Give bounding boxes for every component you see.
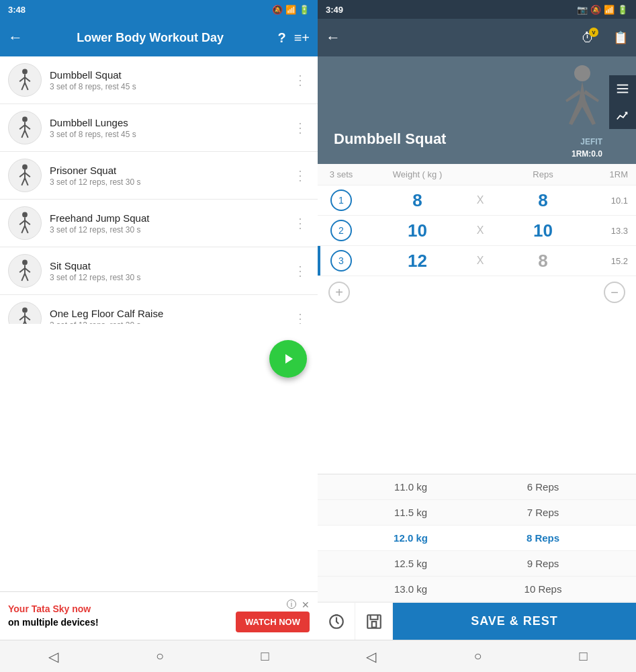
exercise-more-3[interactable]: ⋮	[291, 212, 310, 234]
exercise-more-2[interactable]: ⋮	[291, 165, 310, 186]
col-header-reps: Reps	[490, 169, 596, 179]
ad-info-icon[interactable]: i	[287, 599, 296, 609]
svg-point-18	[22, 212, 28, 218]
exercise-figure-2	[13, 163, 37, 187]
save-rest-button[interactable]: SAVE & REST	[393, 603, 636, 640]
exercise-info-3: Freehand Jump Squat 3 set of 12 reps, re…	[50, 212, 283, 235]
exercise-item-0[interactable]: Dumbbell Squat 3 set of 8 reps, rest 45 …	[0, 56, 318, 104]
exercise-item-2[interactable]: Prisoner Squat 3 set of 12 reps, rest 30…	[0, 152, 318, 200]
trend-svg-icon	[615, 108, 630, 123]
trend-icon[interactable]	[609, 102, 636, 129]
picker-row-2[interactable]: 12.0 kg 8 Reps	[318, 526, 636, 551]
sets-header: 3 sets Weight ( kg ) Reps 1RM	[318, 164, 636, 185]
add-exercise-button[interactable]: ≡+	[294, 30, 310, 46]
svg-line-21	[25, 220, 30, 224]
exercise-more-0[interactable]: ⋮	[291, 69, 310, 91]
picker-weight-4: 13.0 kg	[345, 583, 477, 595]
col-header-set: 3 sets	[318, 169, 365, 179]
set-weight-1[interactable]: 10	[365, 220, 470, 241]
exercise-list: Dumbbell Squat 3 set of 8 reps, rest 45 …	[0, 56, 318, 324]
svg-line-29	[25, 274, 28, 281]
nav-recents-icon[interactable]: □	[261, 648, 269, 664]
picker-weight-0: 11.0 kg	[345, 481, 477, 493]
left-back-button[interactable]: ←	[8, 29, 23, 46]
exercise-name-5: One Leg Floor Calf Raise	[50, 308, 283, 319]
left-status-bar: 3:48 🔕 📶 🔋	[0, 0, 318, 19]
svg-line-20	[19, 220, 25, 224]
svg-point-6	[22, 117, 28, 122]
set-row-1[interactable]: 2 10 X 10 13.3	[318, 216, 636, 246]
watch-now-button[interactable]: WATCH NOW	[236, 612, 310, 632]
play-fab-button[interactable]	[269, 340, 307, 378]
exercise-item-4[interactable]: Sit Squat 3 set of 12 reps, rest 30 s ⋮	[0, 247, 318, 295]
svg-line-15	[25, 173, 30, 177]
set-circle-2: 3	[330, 250, 352, 271]
exercise-more-4[interactable]: ⋮	[291, 260, 310, 282]
exercise-item-5[interactable]: One Leg Floor Calf Raise 3 set of 12 rep…	[0, 295, 318, 324]
picker-row-1[interactable]: 11.5 kg 7 Reps	[318, 500, 636, 526]
help-button[interactable]: ?	[277, 30, 285, 46]
set-num-2: 3	[318, 250, 365, 271]
set-x-0: X	[470, 194, 490, 206]
set-row-2[interactable]: 3 12 X 8 15.2	[318, 246, 636, 276]
right-nav-back-icon[interactable]: ◁	[366, 648, 376, 665]
nav-back-icon[interactable]: ◁	[48, 648, 58, 665]
svg-point-30	[22, 308, 28, 313]
set-reps-0[interactable]: 8	[490, 190, 596, 211]
svg-point-24	[22, 260, 28, 265]
hero-exercise-name: Dumbbell Squat	[326, 122, 563, 156]
exercise-figure-svg	[549, 63, 616, 157]
calendar-icon[interactable]: 📋	[613, 30, 628, 45]
right-nav-home-icon[interactable]: ○	[473, 648, 482, 664]
set-1rm-1: 13.3	[596, 226, 636, 236]
ad-close-button[interactable]: ✕	[302, 599, 310, 610]
picker-reps-2: 8 Reps	[477, 532, 609, 544]
save-icon-button[interactable]	[355, 603, 393, 640]
col-header-weight: Weight ( kg )	[365, 169, 470, 179]
exercise-item-3[interactable]: Freehand Jump Squat 3 set of 12 reps, re…	[0, 200, 318, 247]
list-icon[interactable]	[609, 75, 636, 102]
right-status-bar: 3:49 📷 🔕 📶 🔋	[318, 0, 636, 19]
remove-set-button[interactable]: −	[604, 282, 625, 303]
picker-row-4[interactable]: 13.0 kg 10 Reps	[318, 577, 636, 602]
svg-line-2	[19, 77, 25, 81]
svg-line-28	[21, 274, 25, 281]
set-reps-1[interactable]: 10	[490, 220, 596, 241]
set-weight-0[interactable]: 8	[365, 190, 470, 211]
exercise-more-1[interactable]: ⋮	[291, 117, 310, 138]
exercise-name-1: Dumbbell Lunges	[50, 117, 283, 128]
right-nav-recents-icon[interactable]: □	[579, 648, 587, 664]
left-header-title: Lower Body Workout Day	[31, 31, 269, 45]
svg-rect-45	[617, 92, 629, 93]
svg-marker-42	[285, 354, 293, 364]
picker-reps-0: 6 Reps	[477, 481, 609, 493]
timer-bottom-button[interactable]	[318, 603, 355, 640]
set-row-0[interactable]: 1 8 X 8 10.1	[318, 185, 636, 216]
svg-line-4	[21, 83, 25, 90]
side-action-bar	[609, 75, 636, 129]
set-1rm-2: 15.2	[596, 256, 636, 266]
set-weight-2[interactable]: 12	[365, 251, 470, 271]
add-set-button[interactable]: +	[328, 282, 350, 303]
svg-line-5	[25, 83, 28, 90]
exercise-info-2: Prisoner Squat 3 set of 12 reps, rest 30…	[50, 165, 283, 187]
picker-row-3[interactable]: 12.5 kg 9 Reps	[318, 551, 636, 577]
play-icon	[280, 351, 296, 367]
set-reps-2[interactable]: 8	[490, 251, 596, 271]
picker-reps-3: 9 Reps	[477, 558, 609, 569]
exercise-more-5[interactable]: ⋮	[291, 308, 310, 324]
picker-row-0[interactable]: 11.0 kg 6 Reps	[318, 474, 636, 500]
exercise-avatar-4	[8, 254, 42, 288]
right-back-button[interactable]: ←	[326, 29, 340, 46]
right-nav-bar: ◁ ○ □	[318, 640, 636, 672]
exercise-figure	[549, 56, 616, 164]
set-circle-0: 1	[330, 190, 352, 211]
exercise-desc-1: 3 set of 8 reps, rest 45 s	[50, 130, 283, 139]
nav-home-icon[interactable]: ○	[156, 648, 164, 664]
exercise-info-5: One Leg Floor Calf Raise 3 set of 12 rep…	[50, 308, 283, 325]
set-1rm-0: 10.1	[596, 196, 636, 206]
timer-icon-button[interactable]: ⏱ v	[581, 30, 594, 46]
exercise-figure-3	[13, 211, 37, 235]
exercise-item-1[interactable]: Dumbbell Lunges 3 set of 8 reps, rest 45…	[0, 104, 318, 152]
svg-line-8	[19, 125, 25, 129]
